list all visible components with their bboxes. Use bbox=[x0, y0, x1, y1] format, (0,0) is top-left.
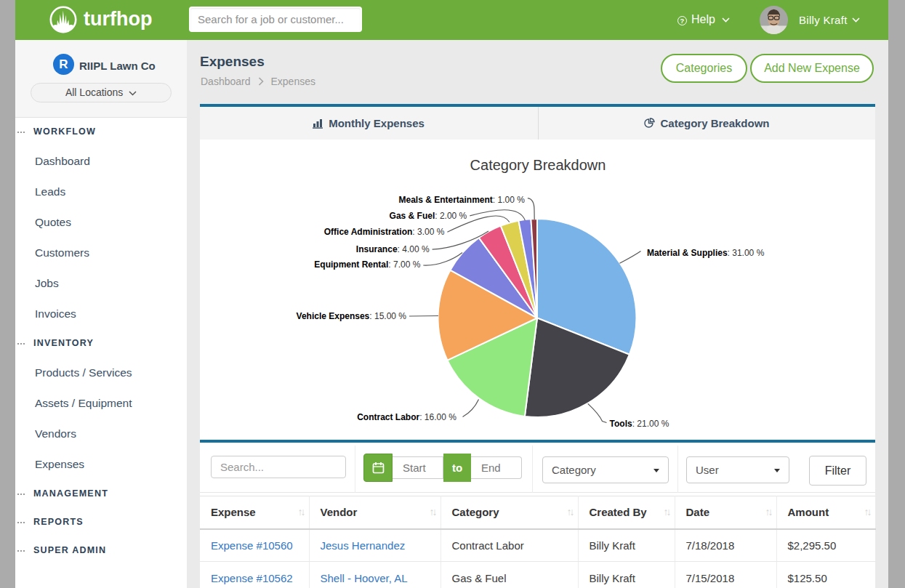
svg-text:Gas & Fuel: 2.00 %: Gas & Fuel: 2.00 % bbox=[390, 211, 467, 221]
svg-text:Vehicle Expenses: 15.00 %: Vehicle Expenses: 15.00 % bbox=[297, 311, 407, 321]
svg-text:Insurance: 4.00 %: Insurance: 4.00 % bbox=[356, 244, 430, 254]
svg-text:Material & Supplies: 31.00 %: Material & Supplies: 31.00 % bbox=[647, 248, 765, 258]
svg-text:Equipment Rental: 7.00 %: Equipment Rental: 7.00 % bbox=[314, 259, 420, 270]
svg-text:Contract Labor: 16.00 %: Contract Labor: 16.00 % bbox=[357, 412, 456, 422]
svg-text:Category Breakdown: Category Breakdown bbox=[470, 157, 606, 173]
svg-text:Tools: 21.00 %: Tools: 21.00 % bbox=[610, 419, 669, 429]
svg-text:Office Administration: 3.00 %: Office Administration: 3.00 % bbox=[324, 227, 445, 237]
svg-text:Meals & Entertainment: 1.00 %: Meals & Entertainment: 1.00 % bbox=[398, 195, 525, 205]
